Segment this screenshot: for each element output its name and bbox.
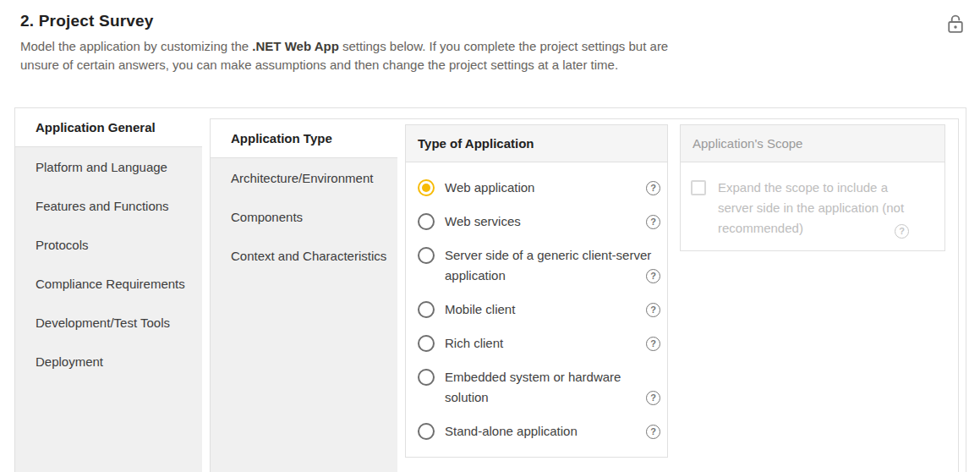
radio-option-stand-alone-application[interactable]: Stand-alone application ? <box>418 414 633 448</box>
subsection-tab-components[interactable]: Components <box>211 197 397 236</box>
subsection-tab-context-and-characteristics[interactable]: Context and Characteristics <box>211 236 397 275</box>
help-icon[interactable]: ? <box>646 391 660 405</box>
radio-option-embedded-system[interactable]: Embedded system or hardware solution ? <box>418 360 633 414</box>
sidebar-item-application-general[interactable]: Application General <box>15 108 202 147</box>
subsection-tab-architecture-environment[interactable]: Architecture/Environment <box>211 158 397 197</box>
subsection-tab-application-type[interactable]: Application Type <box>211 119 397 158</box>
radio-icon[interactable] <box>418 301 435 318</box>
help-icon-disabled[interactable]: ? <box>895 224 909 239</box>
page-header: 2. Project Survey Model the application … <box>20 12 688 74</box>
unlock-icon[interactable] <box>944 13 966 36</box>
radio-option-rich-client[interactable]: Rich client ? <box>418 327 633 360</box>
page-title: 2. Project Survey <box>20 12 688 30</box>
radio-icon[interactable] <box>418 335 435 352</box>
subsections-sidebar: Application Type Architecture/Environmen… <box>211 119 397 472</box>
help-icon[interactable]: ? <box>646 337 660 351</box>
radio-icon[interactable] <box>418 423 435 440</box>
radio-option-web-services[interactable]: Web services ? <box>418 205 633 239</box>
description-line-1: Model the application by customizing the… <box>20 37 688 56</box>
radio-icon[interactable] <box>418 213 435 230</box>
type-of-application-panel: Type of Application Web application ? We… <box>405 124 668 458</box>
survey-card: Application General Platform and Languag… <box>14 107 966 472</box>
radio-option-server-side-client-server[interactable]: Server side of a generic client-server a… <box>418 239 633 293</box>
sidebar-item-deployment[interactable]: Deployment <box>15 342 202 381</box>
page-description: Model the application by customizing the… <box>20 37 688 74</box>
help-icon[interactable]: ? <box>646 181 660 195</box>
expand-scope-label: Expand the scope to include a server sid… <box>718 178 904 239</box>
sidebar-item-development-test-tools[interactable]: Development/Test Tools <box>15 303 202 342</box>
help-icon[interactable]: ? <box>646 215 660 229</box>
project-name-bold: .NET Web App <box>252 39 339 53</box>
help-icon[interactable]: ? <box>646 425 660 439</box>
sidebar-item-features-and-functions[interactable]: Features and Functions <box>15 186 202 225</box>
expand-scope-checkbox[interactable] <box>691 180 706 195</box>
radio-option-mobile-client[interactable]: Mobile client ? <box>418 293 633 327</box>
sidebar-item-protocols[interactable]: Protocols <box>15 225 202 264</box>
radio-selected-icon[interactable] <box>418 179 435 196</box>
sidebar-item-platform-and-language[interactable]: Platform and Language <box>15 147 202 186</box>
application-scope-panel: Application's Scope Expand the scope to … <box>680 124 945 251</box>
subsection-container: Application Type Architecture/Environmen… <box>210 118 959 472</box>
help-icon[interactable]: ? <box>646 303 660 317</box>
radio-icon[interactable] <box>418 247 435 264</box>
sections-sidebar: Application General Platform and Languag… <box>15 108 202 472</box>
application-scope-header: Application's Scope <box>681 125 944 162</box>
type-of-application-header: Type of Application <box>406 125 667 162</box>
sidebar-item-compliance-requirements[interactable]: Compliance Requirements <box>15 264 202 303</box>
help-icon[interactable]: ? <box>646 269 660 283</box>
radio-icon[interactable] <box>418 369 435 386</box>
radio-option-web-application[interactable]: Web application ? <box>418 171 633 205</box>
description-line-2: unsure of certain answers, you can make … <box>20 56 688 74</box>
type-of-application-options: Web application ? Web services ? Server … <box>406 162 667 460</box>
